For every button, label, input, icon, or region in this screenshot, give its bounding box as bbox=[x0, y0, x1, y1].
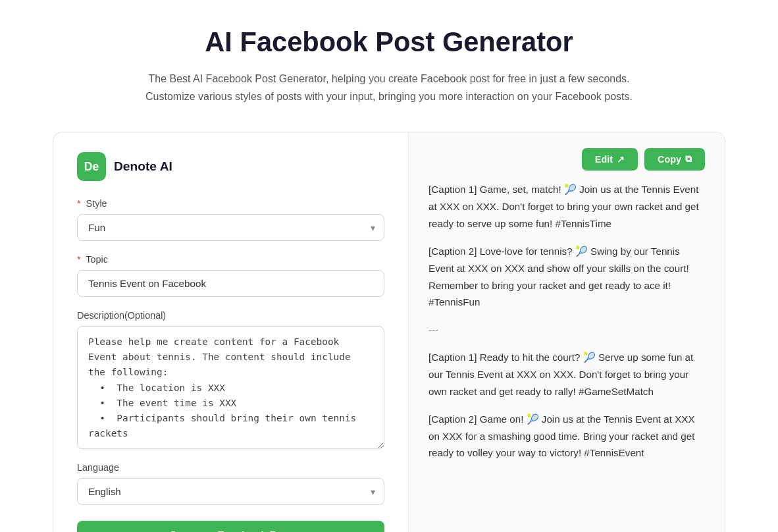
topic-label: * Topic bbox=[77, 254, 384, 265]
right-panel: Edit ↗ Copy ⧉ [Caption 1] Game, set, mat… bbox=[409, 132, 725, 532]
page-subtitle: The Best AI Facebook Post Generator, hel… bbox=[53, 70, 725, 105]
style-required-star: * bbox=[77, 198, 81, 209]
result-paragraph-2: [Caption 2] Love-love for tennis? 🎾 Swin… bbox=[428, 243, 705, 311]
result-paragraph-1: [Caption 1] Game, set, match! 🎾 Join us … bbox=[428, 181, 705, 232]
language-select-wrapper: English Spanish French German Chinese Ja… bbox=[77, 478, 384, 505]
style-label: * Style bbox=[77, 198, 384, 209]
brand-row: De Denote AI bbox=[77, 152, 384, 181]
result-paragraph-3: [Caption 1] Ready to hit the court? 🎾 Se… bbox=[428, 349, 705, 400]
subtitle-line1: The Best AI Facebook Post Generator, hel… bbox=[148, 73, 629, 84]
topic-required-star: * bbox=[77, 254, 81, 265]
edit-button-label: Edit bbox=[595, 154, 613, 165]
style-select-wrapper: Fun Professional Inspirational Informati… bbox=[77, 214, 384, 241]
subtitle-line2: Customize various styles of posts with y… bbox=[145, 91, 633, 102]
result-content: [Caption 1] Game, set, match! 🎾 Join us … bbox=[428, 181, 705, 472]
action-buttons: Edit ↗ Copy ⧉ bbox=[428, 148, 705, 171]
main-card: De Denote AI * Style Fun Professional In… bbox=[53, 132, 725, 532]
copy-button-label: Copy bbox=[658, 154, 681, 165]
brand-logo: De bbox=[77, 152, 106, 181]
topic-input[interactable] bbox=[77, 270, 384, 297]
description-field-group: Description(Optional) Please help me cre… bbox=[77, 310, 384, 449]
edit-button[interactable]: Edit ↗ bbox=[582, 148, 638, 171]
description-label: Description(Optional) bbox=[77, 310, 384, 321]
page-title: AI Facebook Post Generator bbox=[53, 26, 725, 58]
language-select[interactable]: English Spanish French German Chinese Ja… bbox=[77, 478, 384, 505]
result-separator: --- bbox=[428, 321, 705, 338]
generate-button[interactable]: Generate Facebook Post bbox=[77, 521, 384, 532]
language-label: Language bbox=[77, 462, 384, 473]
description-textarea[interactable]: Please help me create content for a Face… bbox=[77, 326, 384, 449]
language-field-group: Language English Spanish French German C… bbox=[77, 462, 384, 505]
style-field-group: * Style Fun Professional Inspirational I… bbox=[77, 198, 384, 241]
copy-button[interactable]: Copy ⧉ bbox=[644, 148, 705, 171]
brand-name: Denote AI bbox=[114, 159, 172, 174]
result-paragraph-4: [Caption 2] Game on! 🎾 Join us at the Te… bbox=[428, 411, 705, 462]
edit-icon: ↗ bbox=[617, 154, 625, 165]
style-select[interactable]: Fun Professional Inspirational Informati… bbox=[77, 214, 384, 241]
left-panel: De Denote AI * Style Fun Professional In… bbox=[53, 132, 409, 532]
topic-field-group: * Topic bbox=[77, 254, 384, 297]
copy-icon: ⧉ bbox=[685, 154, 692, 165]
